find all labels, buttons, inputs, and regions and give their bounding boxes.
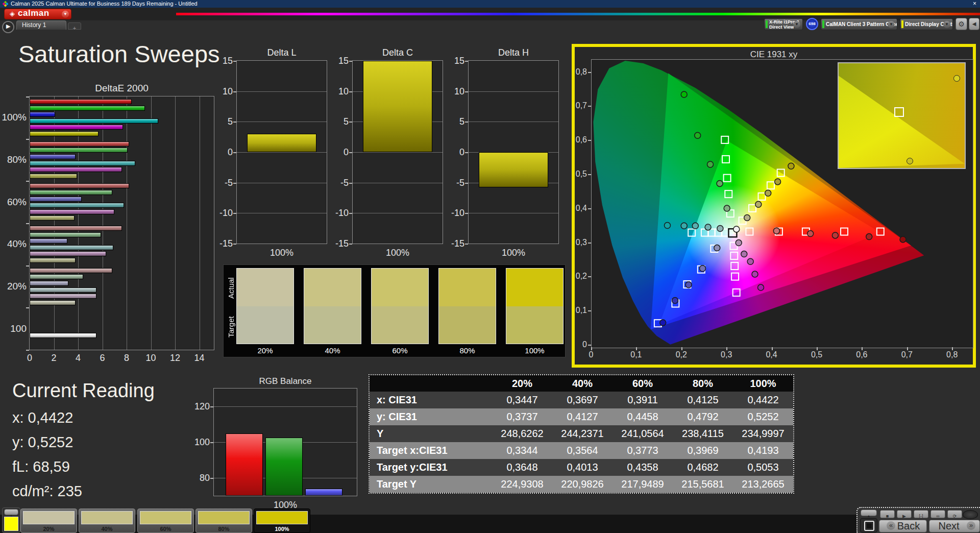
table-cell: 244,2371	[552, 425, 612, 442]
delta-h-chart-title: Delta H	[468, 47, 559, 58]
collapse-panel-button[interactable]: ◀	[969, 18, 979, 30]
display-control-select[interactable]: Direct Display Control ▼	[900, 18, 953, 30]
table-cell: 0,3344	[492, 442, 552, 459]
deltae-bar	[30, 125, 123, 130]
transport-expand-button[interactable]: ▲	[861, 510, 877, 516]
x-tick-label: 8	[119, 353, 134, 364]
gridline	[200, 96, 200, 350]
calman-menu-button[interactable]: ◈ calman ▼	[4, 9, 71, 19]
cie-x-tick-label: 0,5	[807, 350, 826, 359]
play-button[interactable]: ▶	[897, 510, 912, 518]
pattern-preview-panel: ▲	[2, 507, 20, 533]
table-cell: 0,3564	[552, 442, 612, 459]
rainbow-divider	[176, 13, 980, 15]
footer-swatch-80%[interactable]: 80%	[195, 508, 252, 533]
y-tick	[349, 244, 352, 245]
deltae-bar	[30, 99, 132, 104]
x-tick-label: 4	[70, 353, 86, 364]
target-square-marker	[758, 193, 766, 200]
measured-circle-marker	[773, 228, 779, 234]
swatch-20%	[236, 268, 294, 344]
back-button[interactable]: « Back	[879, 520, 927, 532]
table-row-label: Target x:CIE31	[370, 442, 492, 459]
table-cell: 0,3737	[492, 408, 552, 425]
deltae-bar	[30, 209, 114, 214]
knob-button[interactable]	[963, 510, 978, 519]
swatch-actual	[237, 269, 293, 306]
y-tick	[465, 122, 468, 123]
deltae-bar	[30, 167, 122, 172]
y-tick	[349, 152, 352, 153]
rgb-bar-red	[226, 433, 263, 496]
tab-history-1[interactable]: History 1	[16, 20, 66, 30]
y-tick-label: 5	[331, 116, 349, 127]
deltae-bar	[30, 141, 129, 147]
cie-panel: CIE 1931 xy 000,10,10,20,20,30,30,40,40,…	[572, 44, 976, 368]
table-row: Target x:CIE310,33440,35640,37730,39690,…	[370, 442, 793, 459]
meter-count-badge[interactable]: 698	[806, 18, 818, 30]
y-tick	[26, 96, 29, 98]
y-tick-label: 15	[447, 56, 464, 66]
table-cell: 0,3697	[552, 392, 612, 408]
play-icon: ▶	[902, 514, 906, 519]
current-reading-title: Current Reading	[12, 380, 206, 402]
refresh-button[interactable]: ⟳	[947, 510, 962, 518]
cie-y-tick-label: 0,6	[575, 135, 587, 144]
swatch-label: 40%	[304, 346, 361, 355]
settings-button[interactable]: ⚙	[955, 18, 967, 30]
y-tick-label: 5	[215, 116, 233, 127]
cie-inset-zoom	[838, 62, 966, 169]
footer-swatch-100%[interactable]: 100%	[254, 508, 310, 533]
group-label: 60%	[0, 197, 27, 208]
close-icon[interactable]: ×	[973, 0, 976, 7]
measured-circle-marker	[724, 205, 730, 211]
next-button[interactable]: Next »	[929, 520, 980, 532]
pattern-panel-expand-button[interactable]: ▲	[4, 509, 18, 515]
y-tick	[233, 122, 236, 123]
measured-circle-marker	[747, 258, 753, 264]
deltae-bar	[30, 294, 96, 299]
delta-c-chart: 151050-5-10-15100%	[352, 60, 443, 244]
add-tab-button[interactable]: +	[68, 22, 81, 30]
measured-circle-marker	[744, 214, 750, 221]
stop-icon: ■	[886, 514, 889, 519]
footer-swatch-40%[interactable]: 40%	[79, 508, 135, 533]
workflow-run-button[interactable]: ▶	[2, 21, 14, 33]
x-tick-label: 2	[46, 353, 62, 364]
interval-button[interactable]: [-]	[914, 510, 928, 518]
target-square-marker	[731, 273, 739, 280]
cie-inset-measured-marker	[906, 158, 913, 164]
meter-select[interactable]: X-Rite i1Pro 3 Direct View ▼	[764, 18, 803, 30]
measured-circle-marker	[681, 91, 687, 98]
loop-button[interactable]: ∞	[930, 510, 945, 518]
deltae-bar	[30, 154, 76, 159]
pattern-window-button[interactable]	[860, 518, 877, 532]
swatch-actual	[506, 269, 563, 306]
y-tick-label: -15	[447, 238, 464, 249]
pattern-generator-select[interactable]: CalMAN Client 3 Pattern Generator ▼	[821, 18, 897, 30]
deltae-bar	[30, 238, 67, 244]
y-tick	[349, 183, 352, 184]
table-row-label: Target Y	[370, 476, 492, 493]
swatch-label: 100%	[506, 346, 564, 355]
footer-swatch-60%[interactable]: 60%	[137, 508, 194, 533]
y-tick	[233, 91, 236, 92]
y-tick	[210, 442, 213, 443]
swatch-40%	[304, 268, 361, 344]
y-tick-label: 120	[191, 401, 210, 412]
gridline	[151, 96, 152, 350]
title-bar: Calman 2025 Calman Ultimate for Business…	[0, 0, 980, 8]
rgb-bar-blue	[305, 489, 342, 496]
window-title: Calman 2025 Calman Ultimate for Business…	[11, 1, 198, 7]
deltae-chart: 02468101214100%80%60%40%20%100	[29, 96, 214, 350]
gridline	[237, 152, 327, 153]
y-tick	[233, 61, 236, 62]
x-category-label: 100%	[469, 248, 558, 258]
stop-button[interactable]: ■	[880, 510, 895, 518]
measured-circle-marker	[752, 271, 758, 277]
reading-value: cd/m²: 235	[12, 483, 206, 500]
y-tick	[233, 183, 236, 184]
footer-swatch-20%[interactable]: 20%	[20, 508, 77, 533]
reading-value: fL: 68,59	[12, 458, 206, 475]
target-square-marker	[725, 190, 732, 198]
